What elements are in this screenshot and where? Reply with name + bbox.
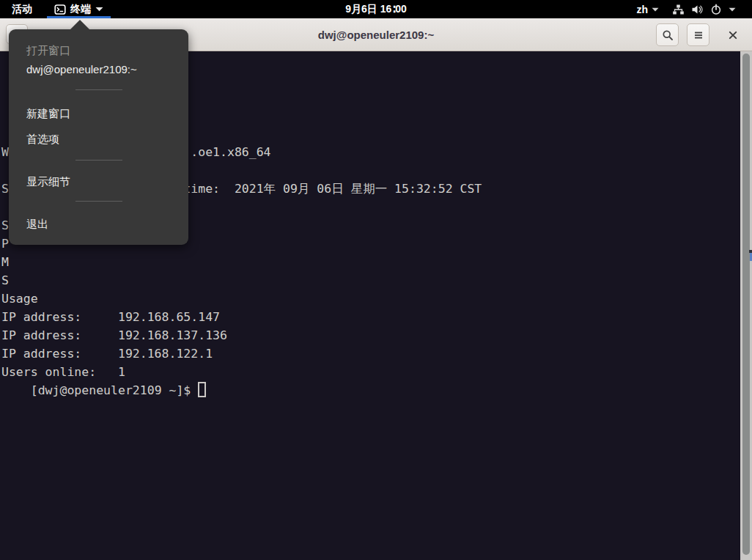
clock[interactable]: 9月6日 16∶00 bbox=[345, 0, 406, 18]
chevron-down-icon bbox=[729, 7, 736, 12]
menu-separator bbox=[75, 89, 122, 90]
menu-separator bbox=[75, 160, 122, 161]
search-button[interactable] bbox=[656, 23, 679, 46]
activities-label: 活动 bbox=[12, 3, 32, 16]
menu-item-open-window[interactable]: dwj@openeuler2109:~ bbox=[26, 63, 188, 76]
hamburger-icon bbox=[693, 30, 704, 40]
scrollbar-track[interactable] bbox=[740, 51, 752, 560]
keyboard-layout-label: zh bbox=[636, 4, 648, 15]
power-icon bbox=[710, 4, 722, 15]
popup-arrow bbox=[70, 20, 89, 29]
close-icon bbox=[729, 31, 737, 40]
keyboard-layout-indicator[interactable]: zh bbox=[633, 4, 662, 15]
popup-section-header: 打开窗口 bbox=[26, 44, 188, 57]
scrollbar-thumb[interactable] bbox=[742, 54, 750, 555]
terminal-line: IP address: 192.168.65.147 bbox=[1, 308, 752, 326]
terminal-line: Usage bbox=[1, 290, 752, 308]
menu-item-show-details[interactable]: 显示细节 bbox=[26, 175, 188, 188]
menu-item-preferences[interactable]: 首选项 bbox=[26, 133, 188, 146]
desktop-screen: 活动 终端 9月6日 16∶00 zh bbox=[0, 0, 752, 560]
network-icon bbox=[672, 4, 685, 15]
menu-item-quit[interactable]: 退出 bbox=[26, 218, 188, 231]
activities-button[interactable]: 活动 bbox=[6, 0, 38, 18]
menu-button[interactable] bbox=[687, 23, 709, 46]
menu-separator bbox=[75, 201, 122, 202]
terminal-line: M bbox=[1, 253, 752, 271]
shell-prompt: [dwj@openeuler2109 ~]$ bbox=[31, 383, 198, 397]
app-menu-label: 终端 bbox=[70, 3, 91, 16]
prompt-line: [dwj@openeuler2109 ~]$ bbox=[0, 363, 752, 381]
chevron-down-icon bbox=[95, 7, 103, 12]
terminal-line bbox=[1, 399, 752, 418]
app-menu-popup: 打开窗口 dwj@openeuler2109:~ 新建窗口 首选项 显示细节 退… bbox=[9, 29, 188, 245]
clock-label: 9月6日 16∶00 bbox=[345, 3, 406, 16]
terminal-line: S bbox=[1, 271, 752, 290]
app-menu-button[interactable]: 终端 bbox=[47, 0, 111, 18]
system-menu-button[interactable] bbox=[669, 4, 739, 15]
gnome-top-bar: 活动 终端 9月6日 16∶00 zh bbox=[0, 0, 752, 18]
menu-item-new-window[interactable]: 新建窗口 bbox=[26, 107, 188, 120]
terminal-line: IP address: 192.168.122.1 bbox=[1, 345, 752, 363]
volume-icon bbox=[691, 4, 704, 15]
close-button[interactable] bbox=[722, 23, 744, 46]
system-status-area: zh bbox=[633, 0, 739, 18]
terminal-cursor bbox=[198, 382, 206, 397]
chevron-down-icon bbox=[652, 7, 659, 12]
terminal-line: IP address: 192.168.137.136 bbox=[1, 326, 752, 345]
terminal-icon bbox=[54, 4, 66, 15]
search-icon bbox=[662, 29, 674, 41]
